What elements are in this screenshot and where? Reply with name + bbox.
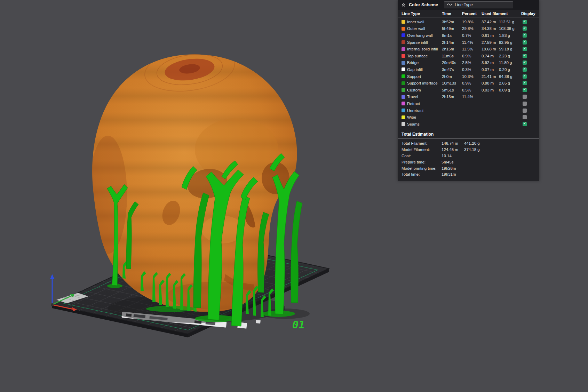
table-row: Support interface 10m13s 0.9% 0.88 m 2.6…	[398, 80, 539, 87]
col-percent: Percent	[462, 11, 482, 16]
table-row: Retract	[398, 100, 539, 107]
line-type-swatch	[402, 27, 405, 31]
line-type-swatch	[402, 74, 405, 78]
col-time: Time	[442, 11, 462, 16]
display-checkbox[interactable]	[523, 81, 527, 85]
line-type-swatch	[402, 67, 405, 71]
plate-number-label: 01	[292, 319, 305, 331]
total-row: Total Filament: 146.74 m 441.20 g	[398, 141, 539, 147]
table-header: Line Type Time Percent Used filament Dis…	[398, 10, 539, 17]
line-type-swatch	[402, 33, 405, 37]
total-row: Cost: 10.14	[398, 153, 539, 159]
display-checkbox[interactable]	[523, 67, 527, 72]
table-row: Travel 2h13m 11.4%	[398, 94, 539, 101]
display-checkbox[interactable]	[523, 61, 527, 65]
total-estimation-title: Total Estimation	[398, 128, 539, 138]
line-type-table: Inner wall 3h52m 19.8% 37.42 m 112.51 g …	[398, 17, 539, 128]
color-scheme-panel: Color Scheme Line Type Line Type Time Pe…	[398, 0, 539, 181]
table-row: Seams	[398, 121, 539, 128]
collapse-panel-icon[interactable]	[401, 3, 406, 7]
line-type-swatch	[402, 61, 405, 65]
display-checkbox[interactable]	[523, 26, 527, 31]
total-row: Model Filament: 124.45 m 374.18 g	[398, 146, 539, 153]
display-checkbox[interactable]	[523, 109, 527, 113]
table-row: Unretract	[398, 107, 539, 114]
table-row: Internal solid infill 2h15m 11.5% 19.68 …	[398, 46, 539, 53]
line-type-icon	[447, 2, 452, 7]
display-checkbox[interactable]	[523, 40, 527, 45]
table-row: Gap infill 3m47s 0.3% 0.07 m 0.20 g	[398, 66, 539, 73]
display-checkbox[interactable]	[523, 102, 527, 106]
line-type-swatch	[402, 109, 405, 112]
col-used-filament: Used filament	[482, 11, 521, 16]
line-type-swatch	[402, 115, 405, 119]
display-checkbox[interactable]	[523, 33, 527, 38]
total-estimation: Total Filament: 146.74 m 441.20 g Model …	[398, 141, 539, 178]
panel-title: Color Scheme	[409, 2, 438, 7]
col-line-type: Line Type	[402, 11, 442, 16]
panel-header: Color Scheme Line Type	[398, 0, 539, 10]
divider	[398, 138, 539, 139]
table-row: Outer wall 5h49m 29.8% 34.38 m 103.38 g	[398, 25, 539, 32]
line-type-swatch	[402, 95, 405, 99]
table-row: Inner wall 3h52m 19.8% 37.42 m 112.51 g	[398, 18, 539, 25]
table-row: Overhang wall 8m1s 0.7% 0.61 m 1.83 g	[398, 32, 539, 39]
total-row: Model printing time: 19h26m	[398, 165, 539, 171]
line-type-swatch	[402, 88, 405, 92]
col-display: Display	[521, 11, 539, 16]
line-type-swatch	[402, 102, 405, 105]
display-checkbox[interactable]	[523, 95, 527, 99]
total-row: Total time: 19h31m	[398, 171, 539, 177]
display-checkbox[interactable]	[523, 47, 527, 51]
display-checkbox[interactable]	[523, 88, 527, 92]
display-checkbox[interactable]	[523, 122, 527, 126]
table-row: Sparse infill 2h14m 11.4% 27.59 m 82.95 …	[398, 39, 539, 46]
display-checkbox[interactable]	[523, 74, 527, 79]
display-checkbox[interactable]	[523, 20, 527, 24]
line-type-swatch	[402, 40, 405, 44]
line-type-swatch	[402, 122, 405, 126]
table-row: Support 2h0m 10.3% 21.41 m 64.38 g	[398, 73, 539, 80]
table-row: Wipe	[398, 114, 539, 121]
line-type-swatch	[402, 81, 405, 85]
dropdown-value: Line Type	[455, 2, 473, 7]
color-scheme-dropdown[interactable]: Line Type	[444, 1, 513, 8]
display-checkbox[interactable]	[523, 54, 527, 58]
line-type-swatch	[402, 54, 405, 58]
table-row: Top surface 11m6s 0.9% 0.74 m 2.23 g	[398, 53, 539, 59]
table-row: Bridge 29m40s 2.5% 3.92 m 11.80 g	[398, 59, 539, 66]
display-checkbox[interactable]	[523, 115, 527, 119]
line-type-swatch	[402, 20, 405, 24]
table-row: Custom 5m51s 0.5% 0.03 m 0.09 g	[398, 87, 539, 94]
line-type-swatch	[402, 47, 405, 51]
total-row: Prepare time: 5m45s	[398, 159, 539, 165]
